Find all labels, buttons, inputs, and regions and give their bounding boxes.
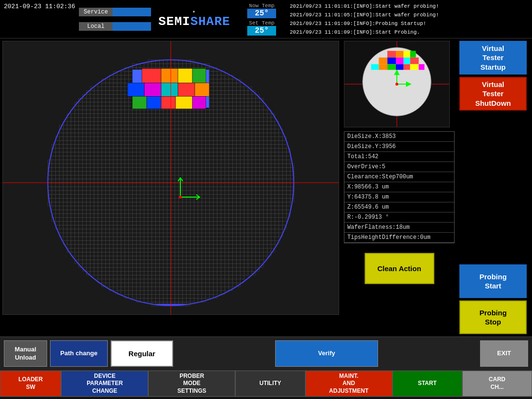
param-x: X:98566.3 um [344,182,454,192]
svg-rect-7 [410,51,416,58]
set-temp-block: Set Temp 25° [247,20,276,36]
probing-stop-button[interactable]: ProbingStop [459,300,527,334]
exit-label: EXIT [497,349,511,358]
svg-rect-19 [371,64,379,70]
now-temp-value: 25° [247,9,276,18]
logo-semi: SEMI [158,14,190,29]
log-line-2: 2021/09/23 11:01:05:[INFO]:Start wafer p… [290,11,528,19]
main-content: DieSize.X:3853 DieSize.Y:3956 Total:542 … [0,38,532,337]
clean-action-button[interactable]: Clean Action [365,253,434,284]
service-row: Service [79,5,151,19]
local-label: Local [79,22,113,31]
path-change-label: Path change [60,349,97,358]
service-label: Service [79,8,113,16]
manual-unload-button[interactable]: Manual Unload [4,340,47,367]
set-temp-label: Set Temp [249,20,275,26]
svg-rect-11 [410,58,419,64]
svg-rect-10 [404,58,410,64]
logo-area: ● SEMISHARE [151,0,238,38]
svg-rect-6 [404,51,410,58]
param-diesize-x: DieSize.X:3853 [344,132,454,142]
svg-rect-8 [387,58,396,64]
verify-label: Verify [318,349,335,358]
start-button[interactable]: START [393,371,462,397]
maint-adjustment-button[interactable]: MAINT.ANDADJUSTMENT [305,371,393,397]
logo-brand: SEMISHARE [158,14,230,29]
status-bar: Probing 操作界面! [0,397,532,399]
svg-rect-14 [396,64,404,70]
utility-label: UTILITY [259,380,281,387]
maint-adjustment-label: MAINT.ANDADJUSTMENT [329,373,368,395]
svg-rect-17 [418,64,424,70]
virtual-tester-shutdown-label: VirtualTesterShutDown [475,80,511,108]
prober-mode-settings-button[interactable]: PROBERMODESETTINGS [148,371,235,397]
param-z: Z:65549.6 um [344,202,454,212]
probing-start-button[interactable]: ProbingStart [459,264,527,298]
logo-share: SHARE [190,14,230,29]
header: 2021-09-23 11:02:36 Service Local ● SEMI… [0,0,532,38]
svg-rect-5 [396,51,404,58]
start-label: START [418,380,437,387]
set-temp-value: 25° [247,26,276,36]
virtual-tester-shutdown-button[interactable]: VirtualTesterShutDown [459,77,527,111]
param-clearance: Clearance:Step700um [344,172,454,182]
wafer-section [2,41,339,315]
svg-rect-13 [387,64,396,70]
svg-rect-4 [387,51,396,58]
svg-rect-18 [379,64,387,70]
bottom-toolbar: Manual Unload Path change Regular Verify… [0,337,532,370]
local-row: Local [79,19,151,34]
mode-panel: Service Local [79,0,151,38]
clean-action-label: Clean Action [377,264,421,274]
param-total: Total:542 [344,152,454,162]
loader-sw-button[interactable]: LOADERSW [0,371,61,397]
param-y: Y:64375.8 um [344,192,454,202]
param-diesize-y: DieSize.Y:3956 [344,142,454,152]
regular-label: Regular [128,349,155,359]
exit-button[interactable]: EXIT [480,340,528,367]
card-ch-button[interactable]: CARDCH... [462,371,532,397]
loader-sw-label: LOADERSW [18,376,43,391]
verify-button[interactable]: Verify [275,340,378,367]
svg-rect-9 [396,58,404,64]
utility-button[interactable]: UTILITY [235,371,305,397]
param-overdrive: OverDrive:5 [344,162,454,172]
datetime-display: 2021-09-23 11:02:36 [0,0,79,38]
virtual-tester-startup-button[interactable]: VirtualTesterStartup [459,41,527,75]
svg-point-22 [395,83,398,86]
log-area: 2021/09/23 11:01:01:[INFO]:Start wafer p… [286,0,532,38]
regular-button[interactable]: Regular [111,340,173,367]
mini-wafer-svg [344,41,449,127]
temperature-area: Now Temp 25° Set Temp 25° [238,0,286,38]
card-ch-label: CARDCH... [489,376,506,391]
logo-top-text: ● [192,10,196,14]
mini-wafer-display [344,41,450,127]
service-value [113,8,151,16]
device-parameter-change-button[interactable]: DEVICEPARAMETERCHANGE [61,371,148,397]
log-line-4: 2021/09/23 11:01:09:[INFO]:Start Probing… [290,28,528,37]
svg-rect-15 [404,64,410,70]
wafer-map-canvas [3,41,339,314]
now-temp-label: Now Temp [249,3,275,9]
svg-rect-16 [410,64,419,70]
logo: ● SEMISHARE [158,10,230,29]
manual-unload-label: Manual Unload [7,346,44,362]
log-line-1: 2021/09/23 11:01:01:[INFO]:Start wafer p… [290,2,528,11]
prober-mode-settings-label: PROBERMODESETTINGS [177,373,206,395]
param-r: R:-0.29913 ° [344,212,454,223]
path-change-button[interactable]: Path change [50,340,108,367]
log-line-3: 2021/09/23 11:01:09:[INFO]:Probing Start… [290,19,528,28]
parameters-table: DieSize.X:3853 DieSize.Y:3956 Total:542 … [344,131,455,243]
footer-navigation: LOADERSW DEVICEPARAMETERCHANGE PROBERMOD… [0,370,532,397]
info-panel: DieSize.X:3853 DieSize.Y:3956 Total:542 … [342,38,457,337]
now-temp-block: Now Temp 25° [247,3,276,18]
probing-start-label: ProbingStart [480,272,507,291]
probing-stop-label: ProbingStop [480,308,507,327]
device-parameter-change-label: DEVICEPARAMETERCHANGE [87,373,123,395]
local-value [113,22,151,31]
virtual-tester-startup-label: VirtualTesterStartup [481,44,506,72]
param-tips-height: TipsHeightDifference:0um [344,233,454,243]
param-wafer-flatness: WaferFlatness:18um [344,223,454,233]
right-button-panel: VirtualTesterStartup VirtualTesterShutDo… [457,38,527,337]
svg-rect-12 [379,58,387,64]
